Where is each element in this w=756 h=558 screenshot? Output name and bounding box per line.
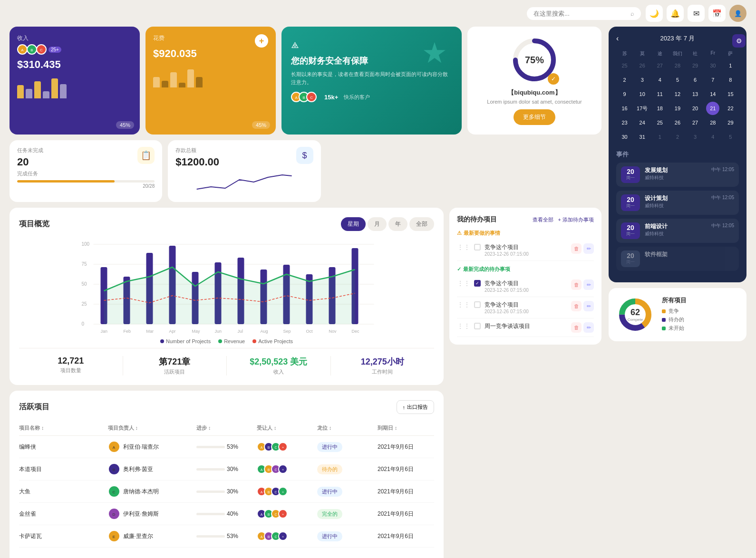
cal-day[interactable]: 5 (724, 130, 737, 144)
row-progress: 40% (196, 510, 253, 517)
delete-todo[interactable]: 🗑 (571, 243, 582, 254)
todo-checkbox[interactable] (474, 301, 481, 308)
dl-tu: 途 (651, 48, 668, 59)
calendar-icon[interactable]: 📅 (708, 5, 726, 22)
cal-day[interactable]: 14 (706, 87, 719, 101)
cal-day[interactable]: 5 (671, 73, 684, 87)
legend-sq-orange (662, 309, 666, 313)
todo-checkbox-checked[interactable]: ✓ (474, 280, 481, 287)
drag-handle[interactable]: ⋮⋮ (457, 301, 470, 308)
todo-checkbox[interactable] (474, 244, 481, 250)
cal-settings-icon[interactable]: ⚙ (732, 34, 746, 48)
tab-all[interactable]: 全部 (409, 217, 434, 231)
event-title-3: 前端设计 (645, 222, 707, 231)
cal-day[interactable]: 26 (636, 59, 649, 72)
bar-6 (60, 84, 67, 98)
user-avatar[interactable]: 👤 (729, 5, 746, 22)
cal-day[interactable]: 15 (724, 87, 737, 101)
event-sub-2: 威特科技 (645, 202, 707, 209)
cal-day[interactable]: 4 (706, 130, 719, 144)
cal-day[interactable]: 19 (671, 102, 684, 115)
edit-todo[interactable]: ✏ (583, 301, 594, 311)
row-name: 编蜂侠 (19, 443, 104, 451)
cal-day[interactable]: 29 (724, 116, 737, 129)
tasks-progress-bg (17, 180, 155, 183)
tab-month[interactable]: 月 (368, 217, 387, 231)
cal-day[interactable]: 24 (636, 116, 649, 129)
row-progress: 53% (196, 443, 253, 450)
cal-day[interactable]: 29 (688, 59, 702, 72)
dl-we: 我们 (669, 48, 686, 59)
row-name: 本道项目 (19, 465, 104, 473)
search-input[interactable] (533, 10, 627, 17)
cal-day[interactable]: 4 (653, 73, 667, 87)
cal-prev[interactable]: ‹ (616, 34, 619, 43)
add-expense-btn[interactable]: + (255, 34, 268, 48)
cal-day[interactable]: 31 (636, 130, 649, 144)
cal-day[interactable]: 12 (671, 87, 684, 101)
edit-todo[interactable]: ✏ (583, 322, 594, 333)
delete-todo[interactable]: 🗑 (571, 322, 582, 333)
drag-handle[interactable]: ⋮⋮ (457, 243, 470, 251)
edit-todo[interactable]: ✏ (583, 243, 594, 254)
cal-day[interactable]: 2 (671, 130, 684, 144)
cal-day[interactable]: 2 (618, 73, 631, 87)
tasks-title-wrap: 任务未完成 20 (17, 147, 43, 170)
event-time-2: 中午 12:05 (711, 194, 734, 201)
cal-day[interactable]: 25 (653, 116, 667, 129)
add-todo-link[interactable]: + 添加待办事项 (558, 216, 594, 223)
view-all-link[interactable]: 查看全部 (533, 216, 553, 223)
cal-day[interactable]: 3 (636, 73, 649, 87)
notifications-icon[interactable]: 🔔 (667, 5, 684, 22)
cal-day[interactable]: 28 (706, 116, 719, 129)
tab-week[interactable]: 星期 (341, 217, 366, 231)
ebar-3 (170, 72, 177, 87)
todo-checkbox[interactable] (474, 323, 481, 329)
cal-day[interactable]: 10 (636, 87, 649, 101)
cal-day[interactable]: 8 (724, 73, 737, 87)
cal-day[interactable]: 26 (671, 116, 684, 129)
po-header: 项目概览 星期 月 年 全部 (19, 217, 434, 231)
delete-todo[interactable]: 🗑 (571, 301, 582, 311)
tab-year[interactable]: 年 (388, 217, 407, 231)
cal-day[interactable]: 30 (706, 59, 719, 72)
drag-handle[interactable]: ⋮⋮ (457, 322, 470, 330)
cal-day[interactable]: 18 (653, 102, 667, 115)
cal-day[interactable]: 28 (671, 59, 684, 72)
cal-day[interactable]: 27 (688, 116, 702, 129)
ring-more-btn[interactable]: 更多细节 (514, 109, 555, 125)
cal-day[interactable]: 20 (688, 102, 702, 115)
cal-day[interactable]: 6 (688, 73, 702, 87)
th-name: 项目名称 ↕ (19, 424, 104, 432)
cal-day[interactable]: 3 (688, 130, 702, 144)
search-box[interactable]: ⌕ (527, 7, 641, 20)
cal-day[interactable]: 30 (618, 130, 631, 144)
cal-day[interactable]: 22 (724, 102, 737, 115)
cal-title: 2023 年 7 月 (660, 34, 695, 43)
cal-day[interactable]: 9 (618, 87, 631, 101)
po-chart: 100 75 50 25 0 (19, 239, 434, 334)
cal-day-17[interactable]: 17号 (636, 102, 649, 115)
drag-handle[interactable]: ⋮⋮ (457, 279, 470, 287)
todo-item-actions: 🗑 ✏ (571, 301, 594, 311)
cal-day[interactable]: 7 (706, 73, 719, 87)
mail-icon[interactable]: ✉ (688, 5, 705, 22)
cal-day[interactable]: 27 (653, 59, 667, 72)
delete-todo[interactable]: 🗑 (571, 279, 582, 290)
cal-day[interactable]: 25 (618, 59, 631, 72)
cal-day-today[interactable]: 21 (706, 102, 719, 115)
theme-toggle[interactable]: 🌙 (646, 5, 663, 22)
row-progress: 53% (196, 533, 253, 539)
svg-text:May: May (192, 329, 201, 334)
export-btn[interactable]: ↑ 出口报告 (397, 400, 435, 414)
cal-day[interactable]: 23 (618, 116, 631, 129)
cal-day[interactable]: 11 (653, 87, 667, 101)
cal-day[interactable]: 1 (653, 130, 667, 144)
po-tabs: 星期 月 年 全部 (341, 217, 434, 231)
promo-avatars: A B C (291, 92, 317, 102)
cal-day[interactable]: 16 (618, 102, 631, 115)
cal-day[interactable]: 1 (724, 59, 737, 72)
edit-todo[interactable]: ✏ (583, 279, 594, 290)
svg-text:Oct: Oct (306, 329, 313, 334)
cal-day[interactable]: 13 (688, 87, 702, 101)
